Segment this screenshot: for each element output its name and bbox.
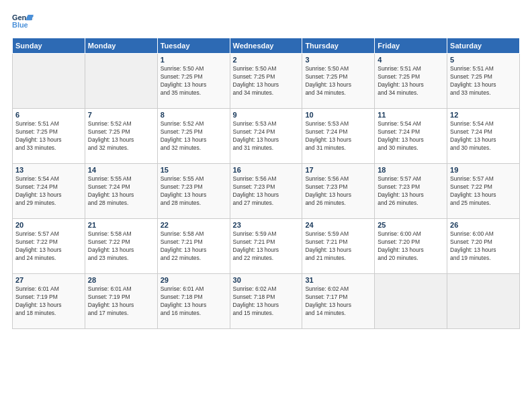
- calendar-cell: 29Sunrise: 6:01 AM Sunset: 7:18 PM Dayli…: [157, 274, 230, 329]
- calendar-cell: 17Sunrise: 5:56 AM Sunset: 7:23 PM Dayli…: [302, 164, 375, 219]
- day-detail: Sunrise: 5:53 AM Sunset: 7:24 PM Dayligh…: [305, 120, 371, 152]
- day-detail: Sunrise: 6:02 AM Sunset: 7:17 PM Dayligh…: [305, 285, 371, 318]
- calendar-cell: 9Sunrise: 5:53 AM Sunset: 7:24 PM Daylig…: [230, 109, 302, 164]
- day-detail: Sunrise: 5:57 AM Sunset: 7:22 PM Dayligh…: [450, 175, 517, 208]
- calendar-cell: 3Sunrise: 5:50 AM Sunset: 7:25 PM Daylig…: [302, 54, 375, 109]
- day-detail: Sunrise: 5:54 AM Sunset: 7:24 PM Dayligh…: [378, 120, 444, 152]
- calendar-cell: 23Sunrise: 5:59 AM Sunset: 7:21 PM Dayli…: [230, 219, 302, 274]
- day-detail: Sunrise: 5:50 AM Sunset: 7:25 PM Dayligh…: [233, 65, 300, 97]
- day-number: 1: [161, 56, 227, 64]
- day-detail: Sunrise: 5:50 AM Sunset: 7:25 PM Dayligh…: [161, 65, 227, 97]
- calendar-cell: 14Sunrise: 5:55 AM Sunset: 7:24 PM Dayli…: [85, 164, 157, 219]
- day-number: 28: [88, 276, 154, 284]
- logo-icon: General Blue: [12, 12, 34, 31]
- calendar-cell: 30Sunrise: 6:02 AM Sunset: 7:18 PM Dayli…: [230, 274, 302, 329]
- day-number: 6: [15, 111, 82, 119]
- day-detail: Sunrise: 5:57 AM Sunset: 7:22 PM Dayligh…: [15, 230, 82, 263]
- day-number: 19: [450, 166, 517, 174]
- day-detail: Sunrise: 6:01 AM Sunset: 7:19 PM Dayligh…: [88, 285, 154, 318]
- day-number: 29: [161, 276, 227, 284]
- calendar-cell: 22Sunrise: 5:58 AM Sunset: 7:21 PM Dayli…: [157, 219, 230, 274]
- calendar-cell: 2Sunrise: 5:50 AM Sunset: 7:25 PM Daylig…: [230, 54, 302, 109]
- day-detail: Sunrise: 5:50 AM Sunset: 7:25 PM Dayligh…: [305, 65, 371, 97]
- calendar-body: 1Sunrise: 5:50 AM Sunset: 7:25 PM Daylig…: [13, 54, 520, 329]
- weekday-header: Monday: [85, 38, 157, 54]
- weekday-header: Sunday: [13, 38, 85, 54]
- calendar-cell: 13Sunrise: 5:54 AM Sunset: 7:24 PM Dayli…: [13, 164, 85, 219]
- calendar-cell: 7Sunrise: 5:52 AM Sunset: 7:25 PM Daylig…: [85, 109, 157, 164]
- day-number: 15: [161, 166, 227, 174]
- calendar: SundayMondayTuesdayWednesdayThursdayFrid…: [12, 38, 520, 329]
- day-number: 4: [378, 56, 444, 64]
- day-number: 16: [233, 166, 300, 174]
- day-number: 21: [88, 221, 154, 229]
- day-number: 18: [378, 166, 444, 174]
- day-number: 5: [450, 56, 517, 64]
- weekday-header: Friday: [375, 38, 447, 54]
- day-detail: Sunrise: 5:51 AM Sunset: 7:25 PM Dayligh…: [15, 120, 82, 152]
- calendar-week-row: 27Sunrise: 6:01 AM Sunset: 7:19 PM Dayli…: [13, 274, 520, 329]
- calendar-cell: 18Sunrise: 5:57 AM Sunset: 7:23 PM Dayli…: [375, 164, 447, 219]
- day-detail: Sunrise: 5:58 AM Sunset: 7:21 PM Dayligh…: [161, 230, 227, 263]
- day-number: 22: [161, 221, 227, 229]
- day-number: 13: [15, 166, 82, 174]
- calendar-cell: [375, 274, 447, 329]
- calendar-week-row: 1Sunrise: 5:50 AM Sunset: 7:25 PM Daylig…: [13, 54, 520, 109]
- day-detail: Sunrise: 5:56 AM Sunset: 7:23 PM Dayligh…: [233, 175, 300, 208]
- calendar-cell: 25Sunrise: 6:00 AM Sunset: 7:20 PM Dayli…: [375, 219, 447, 274]
- day-number: 25: [378, 221, 444, 229]
- day-number: 3: [305, 56, 371, 64]
- day-detail: Sunrise: 6:01 AM Sunset: 7:19 PM Dayligh…: [15, 285, 82, 318]
- day-detail: Sunrise: 5:53 AM Sunset: 7:24 PM Dayligh…: [233, 120, 300, 152]
- day-number: 26: [450, 221, 517, 229]
- day-detail: Sunrise: 5:51 AM Sunset: 7:25 PM Dayligh…: [378, 65, 444, 97]
- day-detail: Sunrise: 5:54 AM Sunset: 7:24 PM Dayligh…: [450, 120, 517, 152]
- day-number: 7: [88, 111, 154, 119]
- day-number: 30: [233, 276, 300, 284]
- day-number: 24: [305, 221, 371, 229]
- calendar-cell: 5Sunrise: 5:51 AM Sunset: 7:25 PM Daylig…: [447, 54, 520, 109]
- calendar-cell: 11Sunrise: 5:54 AM Sunset: 7:24 PM Dayli…: [375, 109, 447, 164]
- day-number: 9: [233, 111, 300, 119]
- calendar-cell: 21Sunrise: 5:58 AM Sunset: 7:22 PM Dayli…: [85, 219, 157, 274]
- svg-text:Blue: Blue: [12, 21, 28, 29]
- weekday-row: SundayMondayTuesdayWednesdayThursdayFrid…: [13, 38, 520, 54]
- day-detail: Sunrise: 6:02 AM Sunset: 7:18 PM Dayligh…: [233, 285, 300, 318]
- day-detail: Sunrise: 5:55 AM Sunset: 7:23 PM Dayligh…: [161, 175, 227, 208]
- day-number: 20: [15, 221, 82, 229]
- page: General Blue SundayMondayTuesdayWednesda…: [0, 0, 532, 411]
- day-detail: Sunrise: 5:52 AM Sunset: 7:25 PM Dayligh…: [161, 120, 227, 152]
- calendar-cell: 12Sunrise: 5:54 AM Sunset: 7:24 PM Dayli…: [447, 109, 520, 164]
- day-number: 27: [15, 276, 82, 284]
- calendar-cell: 24Sunrise: 5:59 AM Sunset: 7:21 PM Dayli…: [302, 219, 375, 274]
- day-number: 23: [233, 221, 300, 229]
- day-detail: Sunrise: 5:58 AM Sunset: 7:22 PM Dayligh…: [88, 230, 154, 263]
- weekday-header: Wednesday: [230, 38, 302, 54]
- weekday-header: Saturday: [447, 38, 520, 54]
- day-detail: Sunrise: 6:00 AM Sunset: 7:20 PM Dayligh…: [378, 230, 444, 263]
- weekday-header: Tuesday: [157, 38, 230, 54]
- day-number: 14: [88, 166, 154, 174]
- day-number: 8: [161, 111, 227, 119]
- day-detail: Sunrise: 5:57 AM Sunset: 7:23 PM Dayligh…: [378, 175, 444, 208]
- calendar-cell: [447, 274, 520, 329]
- day-number: 11: [378, 111, 444, 119]
- calendar-week-row: 20Sunrise: 5:57 AM Sunset: 7:22 PM Dayli…: [13, 219, 520, 274]
- calendar-cell: 8Sunrise: 5:52 AM Sunset: 7:25 PM Daylig…: [157, 109, 230, 164]
- calendar-cell: [13, 54, 85, 109]
- calendar-header: SundayMondayTuesdayWednesdayThursdayFrid…: [13, 38, 520, 54]
- day-detail: Sunrise: 6:01 AM Sunset: 7:18 PM Dayligh…: [161, 285, 227, 318]
- day-detail: Sunrise: 5:52 AM Sunset: 7:25 PM Dayligh…: [88, 120, 154, 152]
- day-detail: Sunrise: 5:55 AM Sunset: 7:24 PM Dayligh…: [88, 175, 154, 208]
- calendar-cell: 27Sunrise: 6:01 AM Sunset: 7:19 PM Dayli…: [13, 274, 85, 329]
- calendar-cell: 16Sunrise: 5:56 AM Sunset: 7:23 PM Dayli…: [230, 164, 302, 219]
- day-detail: Sunrise: 5:59 AM Sunset: 7:21 PM Dayligh…: [233, 230, 300, 263]
- day-detail: Sunrise: 5:51 AM Sunset: 7:25 PM Dayligh…: [450, 65, 517, 97]
- day-detail: Sunrise: 5:54 AM Sunset: 7:24 PM Dayligh…: [15, 175, 82, 208]
- day-number: 10: [305, 111, 371, 119]
- calendar-cell: 28Sunrise: 6:01 AM Sunset: 7:19 PM Dayli…: [85, 274, 157, 329]
- calendar-cell: [85, 54, 157, 109]
- calendar-cell: 10Sunrise: 5:53 AM Sunset: 7:24 PM Dayli…: [302, 109, 375, 164]
- day-detail: Sunrise: 6:00 AM Sunset: 7:20 PM Dayligh…: [450, 230, 517, 263]
- calendar-cell: 20Sunrise: 5:57 AM Sunset: 7:22 PM Dayli…: [13, 219, 85, 274]
